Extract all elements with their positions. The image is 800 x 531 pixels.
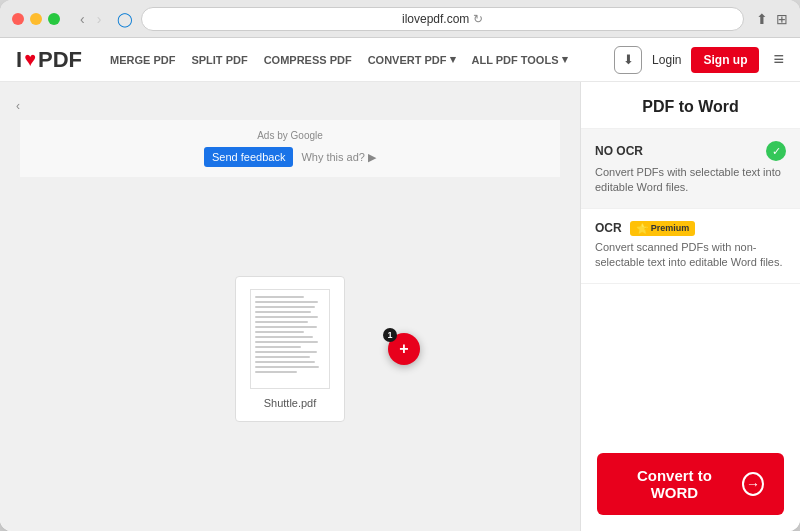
address-bar-container: ◯ ilovepdf.com ↻ bbox=[117, 7, 744, 31]
maximize-button[interactable] bbox=[48, 13, 60, 25]
no-ocr-label: NO OCR bbox=[595, 144, 643, 158]
logo: I ♥ PDF bbox=[16, 47, 82, 73]
premium-label: Premium bbox=[651, 223, 690, 233]
file-line-1 bbox=[255, 296, 304, 298]
share-button[interactable]: ⬆ bbox=[756, 11, 768, 27]
right-panel: PDF to Word NO OCR ✓ Convert PDFs with s… bbox=[580, 82, 800, 531]
file-area: Shuttle.pdf 1 + bbox=[0, 177, 580, 521]
browser-actions: ⬆ ⊞ bbox=[756, 11, 788, 27]
signup-button[interactable]: Sign up bbox=[691, 47, 759, 73]
login-button[interactable]: Login bbox=[652, 53, 681, 67]
file-line-10 bbox=[255, 341, 318, 343]
premium-star-icon: ⭐ bbox=[636, 223, 648, 234]
nav-links: MERGE PDF SPLIT PDF COMPRESS PDF CONVERT… bbox=[110, 53, 594, 66]
all-tools-link[interactable]: ALL PDF TOOLS ▾ bbox=[472, 53, 568, 66]
badge: 1 bbox=[383, 328, 397, 342]
back-nav-button[interactable]: ‹ bbox=[76, 9, 89, 29]
why-this-ad[interactable]: Why this ad? ▶ bbox=[301, 151, 376, 164]
file-thumbnail bbox=[250, 289, 330, 389]
no-ocr-option[interactable]: NO OCR ✓ Convert PDFs with selectable te… bbox=[581, 129, 800, 209]
logo-pdf: PDF bbox=[38, 47, 82, 73]
no-ocr-header: NO OCR ✓ bbox=[595, 141, 786, 161]
why-ad-icon: ▶ bbox=[368, 151, 376, 164]
premium-badge: ⭐ Premium bbox=[630, 221, 696, 236]
ocr-header: OCR ⭐ Premium bbox=[595, 221, 786, 236]
nav-actions: ⬇ Login Sign up ≡ bbox=[614, 46, 784, 74]
panel-title: PDF to Word bbox=[581, 82, 800, 129]
file-line-9 bbox=[255, 336, 313, 338]
app-content: I ♥ PDF MERGE PDF SPLIT PDF COMPRESS PDF… bbox=[0, 38, 800, 531]
file-line-12 bbox=[255, 351, 317, 353]
logo-i: I bbox=[16, 47, 22, 73]
ocr-desc: Convert scanned PDFs with non-selectable… bbox=[595, 240, 786, 271]
file-line-8 bbox=[255, 331, 304, 333]
convert-chevron-icon: ▾ bbox=[450, 53, 456, 66]
minimize-button[interactable] bbox=[30, 13, 42, 25]
bing-icon: ◯ bbox=[117, 11, 133, 27]
ocr-option[interactable]: OCR ⭐ Premium Convert scanned PDFs with … bbox=[581, 209, 800, 284]
address-bar[interactable]: ilovepdf.com ↻ bbox=[141, 7, 744, 31]
file-line-2 bbox=[255, 301, 318, 303]
convert-btn-label: Convert to WORD bbox=[617, 467, 732, 501]
convert-button[interactable]: Convert to WORD → bbox=[597, 453, 784, 515]
file-line-3 bbox=[255, 306, 315, 308]
send-feedback-button[interactable]: Send feedback bbox=[204, 147, 293, 167]
nav-controls: ‹ › bbox=[76, 9, 105, 29]
back-arrow-icon: ‹ bbox=[16, 99, 20, 113]
all-tools-chevron-icon: ▾ bbox=[562, 53, 568, 66]
ad-label: Ads by Google bbox=[257, 130, 323, 141]
no-ocr-desc: Convert PDFs with selectable text into e… bbox=[595, 165, 786, 196]
file-name: Shuttle.pdf bbox=[264, 397, 317, 409]
forward-nav-button[interactable]: › bbox=[93, 9, 106, 29]
why-ad-text: Why this ad? bbox=[301, 151, 365, 163]
split-pdf-link[interactable]: SPLIT PDF bbox=[191, 54, 247, 66]
all-tools-label: ALL PDF TOOLS bbox=[472, 54, 559, 66]
convert-pdf-link[interactable]: CONVERT PDF ▾ bbox=[368, 53, 456, 66]
title-bar: ‹ › ◯ ilovepdf.com ↻ ⬆ ⊞ bbox=[0, 0, 800, 38]
ocr-label: OCR bbox=[595, 221, 622, 235]
download-icon-btn[interactable]: ⬇ bbox=[614, 46, 642, 74]
logo-heart: ♥ bbox=[24, 48, 36, 71]
compress-pdf-link[interactable]: COMPRESS PDF bbox=[264, 54, 352, 66]
file-line-15 bbox=[255, 366, 319, 368]
convert-label: CONVERT PDF bbox=[368, 54, 447, 66]
file-line-6 bbox=[255, 321, 308, 323]
check-icon: ✓ bbox=[766, 141, 786, 161]
file-line-5 bbox=[255, 316, 318, 318]
file-line-4 bbox=[255, 311, 311, 313]
file-line-7 bbox=[255, 326, 317, 328]
file-line-14 bbox=[255, 361, 315, 363]
file-line-11 bbox=[255, 346, 301, 348]
ocr-header-left: OCR ⭐ Premium bbox=[595, 221, 695, 236]
hamburger-menu-icon[interactable]: ≡ bbox=[773, 49, 784, 70]
file-card: Shuttle.pdf bbox=[235, 276, 345, 422]
back-button[interactable]: ‹ bbox=[8, 96, 28, 116]
close-button[interactable] bbox=[12, 13, 24, 25]
browser-window: ‹ › ◯ ilovepdf.com ↻ ⬆ ⊞ I ♥ PDF MERGE P… bbox=[0, 0, 800, 531]
top-nav: I ♥ PDF MERGE PDF SPLIT PDF COMPRESS PDF… bbox=[0, 38, 800, 82]
url-text: ilovepdf.com bbox=[402, 12, 469, 26]
traffic-lights bbox=[12, 13, 60, 25]
file-line-16 bbox=[255, 371, 297, 373]
add-file-button[interactable]: 1 + bbox=[388, 333, 420, 365]
ad-area: Ads by Google Send feedback Why this ad?… bbox=[20, 120, 560, 177]
main-layout: ‹ Ads by Google Send feedback Why this a… bbox=[0, 82, 800, 531]
new-tab-button[interactable]: ⊞ bbox=[776, 11, 788, 27]
refresh-icon[interactable]: ↻ bbox=[473, 12, 483, 26]
convert-arrow-icon: → bbox=[742, 472, 764, 496]
merge-pdf-link[interactable]: MERGE PDF bbox=[110, 54, 175, 66]
left-panel: ‹ Ads by Google Send feedback Why this a… bbox=[0, 82, 580, 531]
file-line-13 bbox=[255, 356, 310, 358]
plus-icon: + bbox=[399, 340, 408, 358]
